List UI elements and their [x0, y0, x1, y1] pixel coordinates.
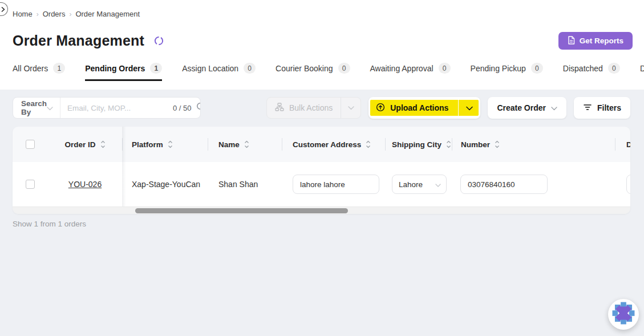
- breadcrumb-home[interactable]: Home: [13, 10, 33, 18]
- tab-count-badge: 0: [531, 63, 543, 74]
- platform-value: Xap-Stage-YouCan: [132, 180, 200, 189]
- report-document-icon: [568, 36, 575, 46]
- bulk-actions-label: Bulk Actions: [289, 103, 333, 112]
- select-all-checkbox[interactable]: [26, 140, 35, 149]
- search-group: Search By 0 / 50: [13, 97, 201, 119]
- header-cell-customer-address[interactable]: Customer Address: [282, 127, 385, 162]
- tab-dispatched[interactable]: Dispatched 0: [563, 63, 620, 81]
- header-cell-name[interactable]: Name: [208, 127, 282, 162]
- search-field: 0 / 50: [60, 102, 201, 114]
- sort-icon[interactable]: [446, 140, 451, 148]
- title-row: Order Management Get Reports: [13, 32, 644, 50]
- sort-icon[interactable]: [168, 140, 173, 148]
- tab-delivered[interactable]: Delivered 0: [640, 63, 644, 81]
- tab-all-orders[interactable]: All Orders 1: [13, 63, 65, 81]
- sidebar-expand-toggle[interactable]: [0, 2, 8, 16]
- create-order-button[interactable]: Create Order: [488, 97, 566, 119]
- chevron-down-icon: [435, 179, 441, 189]
- header-cell-number[interactable]: Number: [452, 127, 615, 162]
- tab-pending-orders[interactable]: Pending Orders 1: [85, 63, 162, 81]
- results-summary: Show 1 from 1 orders: [13, 220, 630, 228]
- tab-courier-booking[interactable]: Courier Booking 0: [276, 63, 350, 81]
- header-cell-platform[interactable]: Platform: [122, 127, 208, 162]
- table-header-row: Order ID Platform Name Customer Address …: [13, 127, 630, 162]
- tab-count-badge: 0: [338, 63, 350, 74]
- shipping-city-value: Lahore: [399, 180, 423, 189]
- breadcrumb: Home › Orders › Order Management: [13, 0, 644, 18]
- status-tabs: All Orders 1 Pending Orders 1 Assign Loc…: [13, 63, 644, 84]
- breadcrumb-order-management[interactable]: Order Management: [75, 10, 140, 18]
- search-input[interactable]: [67, 104, 168, 112]
- get-reports-label: Get Reports: [580, 37, 623, 45]
- tab-pending-pickup[interactable]: Pending Pickup 0: [471, 63, 543, 81]
- shipping-city-select[interactable]: Lahore: [392, 175, 447, 194]
- upload-actions-label: Upload Actions: [390, 103, 448, 112]
- chevron-down-icon: [551, 103, 557, 112]
- clipped-input[interactable]: [626, 175, 630, 194]
- upload-actions-highlight: Upload Actions: [370, 100, 479, 116]
- tab-count-badge: 0: [244, 63, 256, 74]
- search-icon[interactable]: [196, 102, 201, 114]
- header-cell-shipping-city[interactable]: Shipping City: [385, 127, 452, 162]
- get-reports-button[interactable]: Get Reports: [558, 32, 633, 50]
- upload-actions-button[interactable]: Upload Actions: [368, 97, 480, 119]
- filters-label: Filters: [597, 103, 621, 112]
- scrollbar-thumb[interactable]: [135, 208, 348, 213]
- divider: [458, 100, 459, 116]
- asterisk-icon: [610, 300, 637, 329]
- bulk-actions-main[interactable]: Bulk Actions: [267, 98, 341, 118]
- filters-button[interactable]: Filters: [574, 97, 630, 119]
- table-row: YOU-026 Xap-Stage-YouCan Shan Shan Lahor…: [13, 162, 630, 207]
- sort-icon[interactable]: [495, 140, 500, 148]
- header-cell-select: [13, 127, 48, 162]
- page-title: Order Management: [13, 33, 144, 49]
- search-char-counter: 0 / 50: [173, 104, 192, 112]
- top-section: Home › Orders › Order Management Order M…: [0, 0, 644, 90]
- search-by-label: Search By: [21, 99, 47, 116]
- content-area: Search By 0 / 50 Bulk Actions: [0, 90, 644, 336]
- sort-icon[interactable]: [100, 140, 106, 148]
- order-id-link[interactable]: YOU-026: [68, 180, 102, 189]
- phone-number-input[interactable]: [460, 175, 548, 194]
- filter-icon: [583, 103, 592, 113]
- breadcrumb-separator: ›: [37, 10, 39, 18]
- header-cell-order-id[interactable]: Order ID: [48, 127, 122, 162]
- toolbar-actions: Bulk Actions Upload Actions: [266, 97, 630, 119]
- toolbar: Search By 0 / 50 Bulk Actions: [13, 97, 630, 119]
- refresh-icon[interactable]: [153, 35, 164, 46]
- assistant-widget-button[interactable]: [608, 299, 639, 330]
- chevron-down-icon: [47, 103, 53, 113]
- row-checkbox[interactable]: [26, 180, 35, 189]
- sort-icon[interactable]: [244, 140, 249, 148]
- create-order-label: Create Order: [497, 103, 546, 112]
- breadcrumb-orders[interactable]: Orders: [43, 10, 66, 18]
- name-value: Shan Shan: [218, 180, 258, 189]
- search-by-dropdown[interactable]: Search By: [13, 98, 60, 118]
- horizontal-scrollbar[interactable]: [13, 207, 630, 214]
- orders-table: Order ID Platform Name Customer Address …: [13, 127, 630, 214]
- bulk-actions-caret[interactable]: [341, 98, 361, 118]
- tab-count-badge: 0: [608, 63, 620, 74]
- tab-awaiting-approval[interactable]: Awaiting Approval 0: [370, 63, 451, 81]
- upload-icon: [376, 103, 385, 114]
- chevron-right-icon: [2, 4, 5, 14]
- customer-address-input[interactable]: [293, 175, 379, 194]
- chevron-down-icon[interactable]: [466, 103, 473, 112]
- tab-count-badge: 1: [150, 63, 162, 74]
- header-cell-clipped[interactable]: D: [615, 127, 630, 162]
- bulk-actions-button: Bulk Actions: [266, 97, 361, 119]
- tab-count-badge: 1: [53, 63, 65, 74]
- tab-count-badge: 0: [439, 63, 451, 74]
- sitemap-icon: [275, 103, 284, 113]
- tab-assign-location[interactable]: Assign Location 0: [182, 63, 256, 81]
- breadcrumb-separator: ›: [69, 10, 71, 18]
- sort-icon[interactable]: [366, 140, 371, 148]
